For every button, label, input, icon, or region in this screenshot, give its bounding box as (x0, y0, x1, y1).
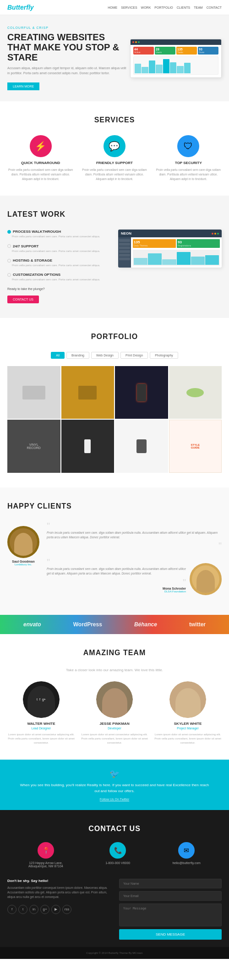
filter-all[interactable]: All (51, 352, 65, 359)
nav-services[interactable]: Services (121, 6, 137, 9)
nav-logo[interactable]: Butterfly (7, 4, 34, 11)
services-grid: ⚡ Quick Turnaround Proin vella partu con… (7, 135, 222, 181)
portfolio-item-3[interactable] (169, 366, 222, 419)
nav-home[interactable]: Home (108, 6, 117, 9)
testimonial-text-0: Proin lecula partu convaliant sem care. … (47, 531, 222, 540)
twitter-banner-text: When you see this building, you'll reali… (18, 783, 211, 794)
quote-open-0: " (47, 521, 222, 531)
contact-info: 📍 123 Happy Arrow Lane, Albuquerque, NM … (7, 842, 222, 868)
send-message-button[interactable]: Send Message (119, 929, 222, 940)
email-icon: ✉ (178, 842, 195, 859)
service-desc-1: Proin vella partu convaliant sem care di… (81, 168, 147, 181)
contact-title: Contact Us (7, 825, 222, 833)
brand-twitter[interactable]: twitter (189, 621, 206, 628)
contact-message-input[interactable] (119, 903, 222, 926)
portfolio-item-6[interactable] (115, 420, 168, 473)
portfolio-item-4[interactable]: VINYLRECORD (7, 420, 60, 473)
contact-phone-label: 1-800-000 V6000 (105, 861, 130, 865)
twitter-bird-icon: 🐦 (18, 769, 211, 779)
lw-item-title-2[interactable]: Hosting & Storage (7, 258, 111, 263)
contact-description: Accusantiam odio porttitor consequat lor… (7, 886, 110, 899)
testimonials: " Proin lecula partu convaliant sem care… (47, 521, 222, 600)
quote-close-1: " (47, 578, 186, 587)
team-desc-1: Lorem ipsum dolor sit amet consectetur a… (81, 733, 148, 745)
filter-branding[interactable]: Branding (66, 352, 89, 359)
facebook-icon[interactable]: f (39, 698, 40, 701)
filter-webdesign[interactable]: Web Design (91, 352, 119, 359)
lw-item-title-3[interactable]: Customization Options (7, 273, 111, 277)
contact-email-label: hello@butterfly.com (172, 861, 200, 865)
nav-team[interactable]: Team (194, 6, 202, 9)
latest-work-title: Latest Work (7, 210, 222, 219)
nav-contact[interactable]: Contact (207, 6, 222, 9)
portfolio-item-5[interactable] (61, 420, 114, 473)
nav-clients[interactable]: Clients (177, 6, 191, 9)
team-title: Amazing Team (7, 649, 222, 657)
social-gplus[interactable]: g+ (40, 905, 49, 914)
portfolio-item-7[interactable]: STYLEGUIDE (169, 420, 222, 473)
nav-work[interactable]: Work (141, 6, 151, 9)
contact-body: Don't be shy. Say hello! Accusantiam odi… (7, 879, 222, 940)
quote-open-1: " (47, 558, 186, 567)
hero-dashboard-image: 44Active 28Users 135Tasks 93Done (130, 39, 222, 78)
team-subtitle: Take a closer look into our amazing team… (7, 668, 222, 672)
lw-cta-text: Ready to take the plunge? (7, 287, 111, 290)
brand-wordpress[interactable]: WordPress (73, 621, 102, 628)
portfolio-item-1[interactable] (61, 366, 114, 419)
lw-item-0: Process Walkthrough Proin vella partu co… (7, 230, 111, 238)
twitter-icon[interactable]: t (37, 698, 38, 701)
portfolio-item-2[interactable] (115, 366, 168, 419)
portfolio-item-0[interactable] (7, 366, 60, 419)
social-icons: f t in g+ ▶ rss (7, 905, 110, 914)
twitter-banner: 🐦 When you see this building, you'll rea… (0, 760, 229, 810)
location-icon: 📍 (38, 842, 54, 859)
brand-behance[interactable]: Béhance (134, 621, 157, 628)
gplus-icon[interactable]: g+ (42, 698, 46, 701)
team-member-0: t f g+ Walter White Lead Designer Lorem … (7, 681, 75, 745)
lw-contact-button[interactable]: Contact Us (7, 296, 39, 303)
social-youtube[interactable]: ▶ (51, 905, 60, 914)
service-title-1: Friendly Support (81, 161, 147, 165)
lw-item-title-1[interactable]: 24/7 Support (7, 244, 111, 248)
nav-portfolio[interactable]: Portfolio (154, 6, 173, 9)
service-desc-0: Proin vella partu convaliant sem care di… (7, 168, 74, 181)
filter-photography[interactable]: Photography (150, 352, 178, 359)
service-title-0: Quick Turnaround (7, 161, 74, 165)
contact-email-input[interactable] (119, 891, 222, 901)
services-title: Services (7, 116, 222, 124)
team-name-2: Skyler White (154, 722, 222, 726)
service-icon-2: 🛡 (177, 135, 199, 157)
latest-work-section: Latest Work Process Walkthrough Proin ve… (0, 196, 229, 318)
service-icon-1: 💬 (104, 135, 125, 157)
social-twitter[interactable]: t (18, 905, 27, 914)
portfolio-section: Portfolio All Branding Web Design Print … (0, 318, 229, 487)
filter-printdesign[interactable]: Print Design (120, 352, 148, 359)
team-name-0: Walter White (7, 722, 75, 726)
portfolio-title: Portfolio (7, 333, 222, 341)
lw-item-desc-1: Proin vella partu convaliant sem care. P… (7, 249, 111, 253)
hero-cta-button[interactable]: Learn More (7, 82, 39, 90)
service-desc-2: Proin vella partu convaliant sem care di… (155, 168, 222, 181)
contact-heading: Don't be shy. Say hello! (7, 879, 110, 883)
clients-title: Happy Clients (7, 502, 222, 510)
contact-section: Contact Us 📍 123 Happy Arrow Lane, Albuq… (0, 810, 229, 947)
twitter-follow-link[interactable]: Follow Us On Twitter (18, 798, 211, 801)
lw-item-3: Customization Options Proin vella partu … (7, 273, 111, 281)
contact-name-input[interactable] (119, 879, 222, 888)
testimonial-0: " Proin lecula partu convaliant sem care… (47, 521, 222, 551)
hero-text: Colourful & Crisp CREATING WEBSITES THAT… (7, 26, 130, 90)
footer-text: Copyright © 2014 Butterfly Theme By MCro… (5, 952, 224, 954)
team-desc-0: Lorem ipsum dolor sit amet consectetur a… (7, 733, 75, 745)
service-title-2: Top Security (155, 161, 222, 165)
brand-envato[interactable]: envato (23, 621, 41, 628)
testimonial-text-1: Proin lecula partu convaliant sem care. … (47, 567, 186, 576)
service-item-1: 💬 Friendly Support Proin vella partu con… (81, 135, 147, 181)
lw-item-title-0[interactable]: Process Walkthrough (7, 230, 111, 234)
social-rss[interactable]: rss (62, 905, 71, 914)
service-icon-0: ⚡ (30, 135, 52, 157)
social-facebook[interactable]: f (7, 905, 16, 914)
lw-item-desc-3: Proin vella partu convaliant sem care. P… (7, 278, 111, 281)
team-avatar-1 (96, 681, 133, 718)
social-linkedin[interactable]: in (29, 905, 38, 914)
lw-item-1: 24/7 Support Proin vella partu convalian… (7, 244, 111, 253)
